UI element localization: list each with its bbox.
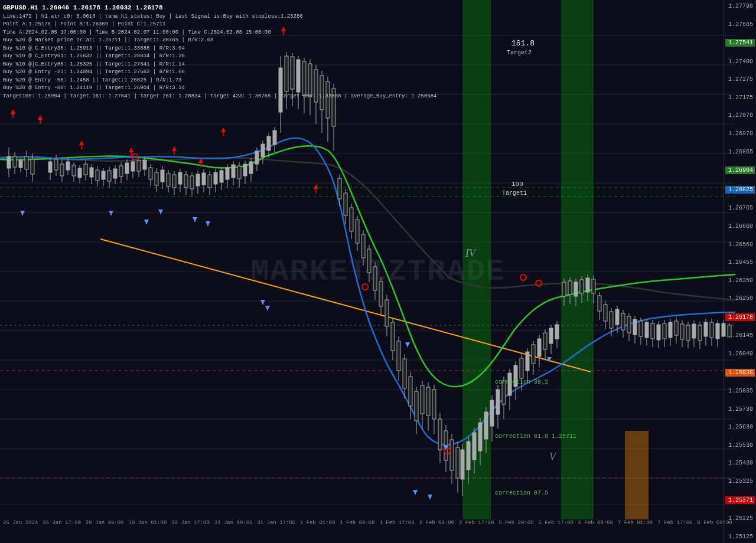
svg-marker-314	[428, 495, 432, 499]
svg-text:correction 87.5: correction 87.5	[495, 490, 548, 496]
candles-jan25	[7, 148, 34, 182]
svg-rect-143	[361, 234, 365, 258]
svg-rect-201	[532, 345, 535, 364]
svg-rect-189	[496, 390, 500, 414]
svg-text:correction 61.8   1.25711: correction 61.8 1.25711	[495, 433, 576, 440]
svg-rect-173	[450, 440, 454, 470]
svg-marker-308	[405, 342, 410, 347]
svg-rect-255	[692, 324, 696, 338]
indicator-line10: Buy %20 @ Entry -88: 1.24119 || Target:1…	[3, 84, 437, 93]
svg-rect-163	[421, 385, 424, 414]
svg-marker-300	[193, 217, 197, 222]
svg-rect-225	[604, 305, 607, 321]
indicator-line7: Buy %10 @|C_Entry88: 1.25325 || Target:1…	[3, 61, 437, 69]
svg-rect-253	[686, 325, 690, 341]
svg-text:100: 100	[511, 181, 523, 188]
svg-rect-29	[13, 156, 17, 167]
svg-rect-153	[391, 322, 395, 351]
svg-marker-306	[260, 300, 265, 305]
svg-rect-199	[526, 352, 529, 371]
svg-line-25	[100, 239, 591, 372]
svg-rect-241	[651, 323, 654, 339]
svg-rect-167	[432, 390, 436, 419]
indicator-line9: Buy %20 @ Entry -50: 1.2458 || Target:1.…	[3, 77, 437, 85]
svg-rect-181	[472, 433, 476, 460]
svg-rect-81	[178, 172, 182, 184]
svg-text:Target2: Target2	[507, 50, 532, 56]
svg-rect-259	[704, 322, 708, 336]
svg-marker-270	[38, 115, 43, 120]
svg-point-287	[362, 284, 368, 290]
svg-rect-213	[568, 281, 572, 295]
svg-rect-159	[409, 377, 412, 406]
svg-marker-276	[172, 146, 177, 151]
svg-rect-151	[385, 300, 389, 326]
svg-rect-23	[561, 0, 594, 519]
chart-container: MARKETIZTRADE GBPUSD.H1 1.26046 1.26178 …	[0, 0, 756, 543]
svg-rect-249	[674, 321, 678, 335]
svg-marker-284	[314, 184, 318, 189]
svg-rect-61	[119, 166, 123, 176]
svg-rect-99	[232, 165, 235, 178]
svg-rect-223	[598, 296, 601, 311]
svg-rect-79	[172, 175, 176, 188]
svg-rect-63	[125, 163, 129, 174]
svg-text:V: V	[549, 451, 557, 463]
svg-rect-243	[657, 325, 660, 340]
candles-feb-drop	[338, 174, 436, 434]
svg-rect-247	[669, 322, 672, 338]
svg-rect-183	[478, 423, 482, 451]
svg-rect-75	[161, 170, 164, 182]
svg-rect-103	[243, 164, 247, 176]
svg-rect-219	[586, 278, 589, 292]
svg-rect-161	[415, 391, 418, 421]
svg-rect-165	[426, 387, 430, 416]
svg-rect-55	[102, 171, 105, 179]
svg-rect-227	[610, 312, 613, 328]
svg-point-290	[536, 280, 542, 286]
svg-marker-304	[265, 306, 270, 310]
indicator-line11: Target100: 1.26904 | Target 161: 1.27641…	[3, 93, 437, 101]
svg-rect-209	[555, 325, 559, 339]
svg-rect-31	[19, 161, 22, 168]
svg-rect-267	[728, 325, 731, 337]
svg-marker-272	[79, 140, 84, 145]
svg-rect-45	[72, 165, 76, 176]
svg-rect-59	[113, 169, 117, 178]
svg-rect-51	[90, 168, 93, 177]
svg-rect-77	[167, 174, 170, 187]
svg-rect-39	[54, 159, 58, 170]
svg-rect-67	[137, 161, 141, 171]
svg-rect-97	[226, 168, 229, 179]
svg-rect-157	[403, 359, 406, 388]
svg-rect-69	[143, 160, 146, 169]
svg-rect-231	[621, 313, 625, 330]
svg-rect-109	[261, 144, 265, 157]
svg-rect-197	[520, 358, 523, 378]
svg-marker-296	[144, 220, 149, 224]
svg-rect-139	[350, 208, 353, 231]
svg-marker-298	[158, 210, 163, 214]
svg-marker-268	[11, 109, 15, 114]
svg-rect-155	[397, 341, 400, 371]
svg-rect-113	[273, 130, 276, 145]
svg-rect-245	[663, 323, 666, 339]
svg-rect-111	[267, 136, 271, 151]
indicator-line6: Buy %10 @ C_Entry61: 1.25632 || Target:1…	[3, 53, 437, 61]
svg-rect-135	[338, 178, 341, 199]
svg-rect-37	[48, 162, 52, 172]
svg-marker-312	[413, 490, 418, 495]
svg-marker-302	[206, 221, 210, 226]
svg-marker-280	[221, 127, 226, 132]
svg-rect-53	[96, 170, 99, 181]
svg-rect-71	[149, 168, 152, 179]
svg-rect-175	[456, 447, 460, 478]
svg-rect-93	[214, 172, 217, 184]
svg-rect-221	[592, 279, 595, 293]
svg-rect-251	[680, 324, 684, 339]
svg-rect-89	[202, 173, 206, 185]
svg-rect-101	[237, 166, 241, 179]
svg-rect-145	[367, 249, 371, 273]
svg-text:Target1: Target1	[502, 190, 527, 197]
svg-rect-33	[25, 156, 28, 169]
